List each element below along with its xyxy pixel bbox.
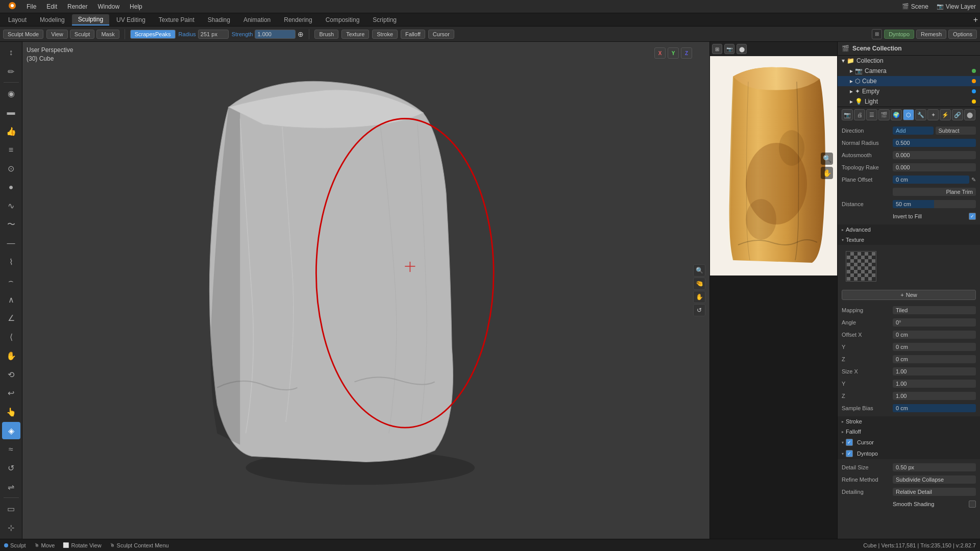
falloff-section-header[interactable]: ▸ Falloff bbox=[838, 427, 980, 437]
viewport[interactable]: User Perspective (30) Cube X Y Z 🔍 🤏 ✋ ↺ bbox=[22, 42, 709, 539]
tool-peaks[interactable]: ∧ bbox=[2, 291, 20, 309]
view-layer-tab[interactable]: ☰ bbox=[866, 109, 877, 120]
tool-move[interactable]: ↕ bbox=[2, 44, 20, 62]
tool-thumb[interactable]: 👆 bbox=[2, 403, 20, 421]
tool-layer[interactable]: ≡ bbox=[2, 141, 20, 159]
tool-fill[interactable]: ⌇ bbox=[2, 254, 20, 271]
tool-clay-strips[interactable]: ▬ bbox=[2, 104, 20, 121]
cursor-checkbox[interactable]: ✓ bbox=[846, 439, 853, 446]
particle-tab[interactable]: ✦ bbox=[927, 109, 939, 120]
normal-radius-input[interactable]: 0.500 bbox=[893, 139, 976, 147]
remesh-btn[interactable]: Remesh bbox=[916, 30, 946, 39]
texture-section-header[interactable]: ▾ Texture bbox=[838, 235, 980, 245]
grid-icon[interactable]: ⊞ bbox=[872, 29, 882, 39]
direction-add-btn[interactable]: Add bbox=[893, 127, 934, 135]
size-z-input[interactable]: 1.00 bbox=[893, 392, 976, 400]
tool-clay[interactable]: ◉ bbox=[2, 85, 20, 103]
tool-mask-lasso[interactable]: ⊹ bbox=[2, 519, 20, 537]
options-btn[interactable]: Options bbox=[948, 30, 977, 39]
plane-offset-input[interactable]: 0 cm bbox=[893, 176, 969, 184]
tool-pinch[interactable]: ⟨ bbox=[2, 328, 20, 346]
z-axis-btn[interactable]: Z bbox=[681, 47, 692, 59]
offset-y-input[interactable]: 0 cm bbox=[893, 343, 976, 351]
tab-animation[interactable]: Animation bbox=[237, 15, 277, 25]
offset-z-input[interactable]: 0 cm bbox=[893, 355, 976, 363]
topology-rake-input[interactable]: 0.000 bbox=[893, 163, 976, 171]
mode-dropdown[interactable]: Sculpt Mode bbox=[3, 30, 43, 39]
material-tab[interactable]: ⬤ bbox=[964, 109, 975, 120]
invert-to-fill-checkbox[interactable]: ✓ bbox=[969, 213, 976, 220]
tab-sculpting[interactable]: Sculpting bbox=[72, 14, 109, 26]
detail-size-input[interactable]: 0.50 px bbox=[893, 463, 976, 471]
offset-x-input[interactable]: 0 cm bbox=[893, 331, 976, 339]
tool-grab[interactable]: ✋ bbox=[2, 347, 20, 365]
world-tab[interactable]: 🌍 bbox=[891, 109, 902, 120]
mask-btn[interactable]: Mask bbox=[96, 30, 119, 39]
render-props-tab[interactable]: 📷 bbox=[842, 109, 853, 120]
tool-rotate[interactable]: ↺ bbox=[2, 459, 20, 477]
brush-name-btn[interactable]: ScrapesPeaks bbox=[130, 30, 176, 39]
tab-modeling[interactable]: Modeling bbox=[34, 15, 71, 25]
tool-active[interactable]: ◈ bbox=[2, 422, 20, 440]
outliner-item-light[interactable]: ▸ 💡 Light bbox=[838, 96, 980, 107]
object-data-tab[interactable]: ⬡ bbox=[903, 109, 914, 120]
tool-scrape[interactable]: ⌢ bbox=[2, 272, 20, 290]
tool-snake-hook[interactable]: ↩ bbox=[2, 384, 20, 402]
refine-method-dropdown[interactable]: Subdivide Collapse bbox=[893, 475, 976, 484]
outliner-item-collection[interactable]: ▾ 📁 Collection bbox=[838, 56, 980, 66]
tool-multiplane-scrape[interactable]: ∠ bbox=[2, 310, 20, 328]
tab-rendering[interactable]: Rendering bbox=[278, 15, 318, 25]
tool-inflate[interactable]: ⊙ bbox=[2, 160, 20, 178]
tab-compositing[interactable]: Compositing bbox=[320, 15, 366, 25]
plane-trim-btn[interactable]: Plane Trim bbox=[893, 188, 976, 196]
dyntopo-btn[interactable]: Dyntopo bbox=[884, 30, 914, 39]
strength-plus[interactable]: ⊕ bbox=[298, 30, 304, 38]
view-btn[interactable]: View bbox=[46, 30, 68, 39]
ref-zoom-btn[interactable]: 🔍 bbox=[821, 153, 833, 165]
outliner-item-empty[interactable]: ▸ ✦ Empty bbox=[838, 86, 980, 96]
menu-help[interactable]: Help bbox=[126, 2, 146, 11]
constraints-tab[interactable]: 🔗 bbox=[952, 109, 963, 120]
tab-layout[interactable]: Layout bbox=[2, 15, 33, 25]
stroke-section-header[interactable]: ▸ Stroke bbox=[838, 416, 980, 427]
falloff-dropdown[interactable]: Falloff bbox=[401, 30, 425, 39]
distance-input[interactable]: 50 cm bbox=[893, 200, 976, 208]
y-axis-btn[interactable]: Y bbox=[668, 47, 679, 59]
detailing-dropdown[interactable]: Relative Detail bbox=[893, 488, 976, 496]
cursor-dropdown[interactable]: Cursor bbox=[428, 30, 454, 39]
tool-draw[interactable]: ✏ bbox=[2, 63, 20, 81]
tool-smooth[interactable]: 〜 bbox=[2, 216, 20, 234]
tool-nudge[interactable]: ≈ bbox=[2, 440, 20, 458]
mapping-dropdown[interactable]: Tiled bbox=[893, 306, 976, 314]
tool-crease[interactable]: ∿ bbox=[2, 197, 20, 215]
brush-dropdown[interactable]: Brush bbox=[314, 30, 338, 39]
output-props-tab[interactable]: 🖨 bbox=[854, 109, 865, 120]
orbit-btn[interactable]: ↺ bbox=[693, 304, 705, 316]
zoom-out-btn[interactable]: 🤏 bbox=[693, 278, 705, 290]
new-texture-btn[interactable]: + New bbox=[842, 290, 976, 300]
ref-camera-btn[interactable]: 📷 bbox=[724, 44, 734, 54]
pan-btn[interactable]: ✋ bbox=[693, 291, 705, 303]
blender-menu[interactable] bbox=[4, 1, 20, 12]
autosmooth-input[interactable]: 0.000 bbox=[893, 151, 976, 159]
outliner-item-cube[interactable]: ▸ ⬡ Cube bbox=[838, 76, 980, 86]
size-y-input[interactable]: 1.00 bbox=[893, 380, 976, 388]
texture-preview[interactable] bbox=[846, 251, 876, 282]
x-axis-btn[interactable]: X bbox=[654, 47, 666, 59]
size-x-input[interactable]: 1.00 bbox=[893, 367, 976, 375]
radius-input[interactable] bbox=[198, 30, 229, 39]
tab-texture-paint[interactable]: Texture Paint bbox=[153, 15, 201, 25]
dyntopo-section-checkbox[interactable]: ✓ bbox=[846, 450, 853, 457]
scene-tab[interactable]: 🎬 bbox=[878, 109, 890, 120]
angle-input[interactable]: 0° bbox=[893, 318, 976, 327]
menu-window[interactable]: Window bbox=[93, 2, 124, 11]
tab-uv-editing[interactable]: UV Editing bbox=[110, 15, 152, 25]
tool-clay-thumb[interactable]: 👍 bbox=[2, 122, 20, 140]
menu-render[interactable]: Render bbox=[63, 2, 91, 11]
tool-elastic[interactable]: ⟲ bbox=[2, 366, 20, 384]
strength-input[interactable] bbox=[255, 30, 296, 39]
tool-flatten[interactable]: — bbox=[2, 235, 20, 253]
outliner-item-camera[interactable]: ▸ 📷 Camera bbox=[838, 66, 980, 76]
zoom-in-btn[interactable]: 🔍 bbox=[693, 264, 705, 277]
modifier-tab[interactable]: 🔧 bbox=[915, 109, 926, 120]
